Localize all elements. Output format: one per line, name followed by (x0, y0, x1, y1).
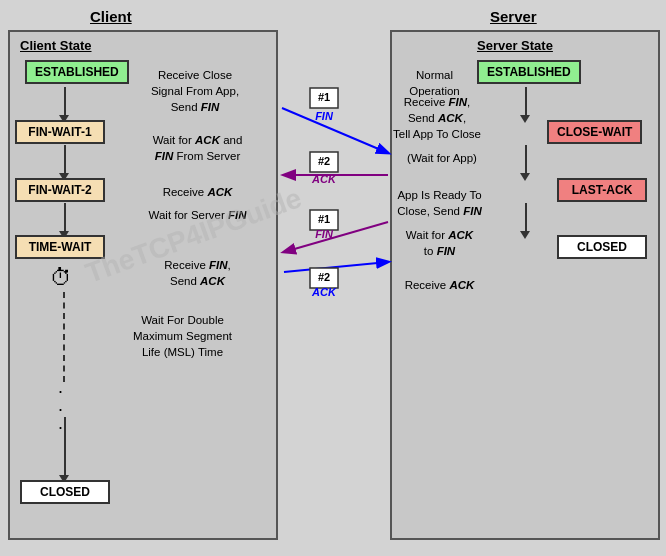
server-desc-6: Receive ACK (392, 277, 487, 293)
svg-text:ACK: ACK (311, 173, 337, 185)
clock-icon: ⏱ (50, 265, 72, 291)
server-arrow-down-3 (525, 203, 527, 233)
svg-line-8 (284, 222, 388, 252)
server-state-title: Server State (477, 38, 553, 53)
dots: ··· (58, 382, 63, 436)
svg-line-12 (284, 262, 388, 272)
svg-rect-1 (310, 88, 338, 108)
client-desc-2: Wait for ACK andFIN From Server (125, 132, 270, 164)
svg-text:ACK: ACK (311, 286, 337, 298)
server-desc-5: Wait for ACKto FIN (392, 227, 487, 259)
dashed-line (63, 292, 65, 382)
client-desc-4: Wait for Server FIN (125, 207, 270, 223)
server-established-box: ESTABLISHED (477, 60, 581, 84)
server-last-ack-box: LAST-ACK (557, 178, 647, 202)
client-time-wait-box: TIME-WAIT (15, 235, 105, 259)
server-close-wait-box: CLOSE-WAIT (547, 120, 642, 144)
client-closed-box: CLOSED (20, 480, 110, 504)
svg-text:FIN: FIN (315, 228, 334, 240)
client-state-title: Client State (20, 38, 92, 53)
arrow-down-4 (64, 417, 66, 477)
title-client: Client (90, 8, 132, 25)
svg-line-0 (282, 108, 388, 153)
server-closed-box: CLOSED (557, 235, 647, 259)
server-arrow-down-2 (525, 145, 527, 175)
arrow-down-1 (64, 87, 66, 117)
server-arrow-down-1 (525, 87, 527, 117)
client-desc-3: Receive ACK (125, 184, 270, 200)
svg-text:FIN: FIN (315, 110, 334, 122)
svg-rect-13 (310, 268, 338, 288)
arrow-down-3 (64, 203, 66, 233)
title-server: Server (490, 8, 537, 25)
server-desc-3: (Wait for App) (397, 150, 487, 166)
client-desc-1: Receive CloseSignal From App,Send FIN (125, 67, 265, 115)
server-arrowhead-2 (520, 173, 530, 181)
client-panel: Client State ESTABLISHED Receive CloseSi… (8, 30, 278, 540)
server-desc-4: App Is Ready ToClose, Send FIN (392, 187, 487, 219)
client-desc-6: Wait For DoubleMaximum SegmentLife (MSL)… (100, 312, 265, 360)
svg-text:#2: #2 (318, 155, 330, 167)
server-arrowhead-3 (520, 231, 530, 239)
client-established-box: ESTABLISHED (25, 60, 129, 84)
main-container: Client Server Client State ESTABLISHED R… (0, 0, 666, 556)
svg-rect-9 (310, 210, 338, 230)
svg-rect-5 (310, 152, 338, 172)
svg-text:#1: #1 (318, 91, 330, 103)
server-desc-2: Receive FIN,Send ACK,Tell App To Close (392, 94, 482, 142)
svg-text:#1: #1 (318, 213, 330, 225)
svg-text:#2: #2 (318, 271, 330, 283)
client-fin-wait-1-box: FIN-WAIT-1 (15, 120, 105, 144)
client-fin-wait-2-box: FIN-WAIT-2 (15, 178, 105, 202)
server-arrowhead-1 (520, 115, 530, 123)
server-panel: Server State ESTABLISHED Normal Operatio… (390, 30, 660, 540)
client-desc-5: Receive FIN,Send ACK (125, 257, 270, 289)
arrow-down-2 (64, 145, 66, 175)
